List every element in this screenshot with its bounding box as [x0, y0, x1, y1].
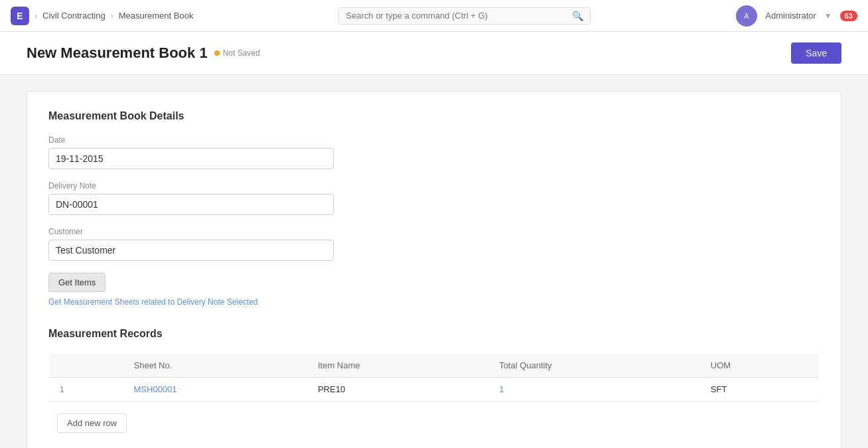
search-input[interactable]	[346, 11, 567, 21]
breadcrumb-civil-contracting[interactable]: Civil Contracting	[42, 11, 106, 21]
table-row: 1 MSH00001 PRE10 1 SFT	[49, 378, 820, 402]
customer-input[interactable]	[48, 240, 334, 261]
page-title-area: New Measurement Book 1 Not Saved	[27, 44, 260, 62]
breadcrumb-chevron-2	[111, 11, 113, 21]
page-title: New Measurement Book 1	[27, 44, 208, 62]
col-uom: UOM	[700, 354, 820, 378]
date-form-group: Date	[48, 135, 820, 169]
breadcrumb-measurement-book[interactable]: Measurement Book	[119, 11, 194, 21]
add-row-tr: Add new row	[49, 402, 820, 445]
records-table-header-row: Sheet No. Item Name Total Quantity UOM	[49, 354, 820, 378]
qty-link[interactable]: 1	[499, 384, 504, 394]
get-items-button[interactable]: Get Items	[48, 273, 106, 292]
main-content: Measurement Book Details Date Delivery N…	[0, 75, 868, 448]
not-saved-badge: Not Saved	[214, 48, 260, 58]
col-sheet-no: Sheet No.	[123, 354, 307, 378]
save-button[interactable]: Save	[791, 42, 841, 64]
main-card: Measurement Book Details Date Delivery N…	[27, 91, 841, 448]
row-uom: SFT	[700, 378, 820, 402]
admin-chevron-icon: ▼	[824, 11, 832, 21]
row-sheet-no[interactable]: MSH00001	[123, 378, 307, 402]
breadcrumb-chevron-1	[35, 11, 37, 21]
date-input[interactable]	[48, 148, 334, 169]
search-icon: 🔍	[572, 11, 583, 21]
col-num	[49, 354, 123, 378]
measurement-book-details-section: Measurement Book Details Date Delivery N…	[48, 110, 820, 307]
sheet-no-link[interactable]: MSH00001	[134, 384, 177, 394]
measurement-records-section: Measurement Records Sheet No. Item Name …	[48, 328, 820, 445]
delivery-note-input[interactable]	[48, 194, 334, 215]
customer-label: Customer	[48, 227, 820, 236]
not-saved-dot	[214, 50, 220, 56]
records-table-body: 1 MSH00001 PRE10 1 SFT Add new row	[49, 378, 820, 445]
svg-text:A: A	[745, 12, 750, 20]
row-num: 1	[49, 378, 123, 402]
date-label: Date	[48, 135, 820, 145]
col-item-name: Item Name	[307, 354, 488, 378]
notification-badge[interactable]: 63	[840, 11, 857, 21]
helper-link[interactable]: Get Measurement Sheets related to Delive…	[48, 297, 258, 307]
navbar-right: A Administrator ▼ 63	[736, 5, 857, 27]
navbar-left: E Civil Contracting Measurement Book	[11, 7, 193, 25]
add-row-cell: Add new row	[49, 402, 820, 445]
delivery-note-label: Delivery Note	[48, 181, 820, 190]
not-saved-label: Not Saved	[223, 48, 260, 58]
details-section-title: Measurement Book Details	[48, 110, 820, 122]
admin-label[interactable]: Administrator	[765, 11, 816, 21]
records-table-head: Sheet No. Item Name Total Quantity UOM	[49, 354, 820, 378]
navbar: E Civil Contracting Measurement Book 🔍 A…	[0, 0, 868, 32]
row-total-qty[interactable]: 1	[488, 378, 700, 402]
navbar-center: 🔍	[193, 7, 736, 25]
col-total-qty: Total Quantity	[488, 354, 700, 378]
records-table: Sheet No. Item Name Total Quantity UOM 1…	[48, 353, 820, 445]
avatar: A	[736, 5, 757, 27]
app-logo[interactable]: E	[11, 7, 29, 25]
search-bar[interactable]: 🔍	[338, 7, 591, 25]
records-section-title: Measurement Records	[48, 328, 820, 340]
row-item-name: PRE10	[307, 378, 488, 402]
add-new-row-button[interactable]: Add new row	[57, 413, 127, 433]
delivery-note-form-group: Delivery Note	[48, 181, 820, 215]
page-header: New Measurement Book 1 Not Saved Save	[0, 32, 868, 75]
customer-form-group: Customer	[48, 227, 820, 261]
